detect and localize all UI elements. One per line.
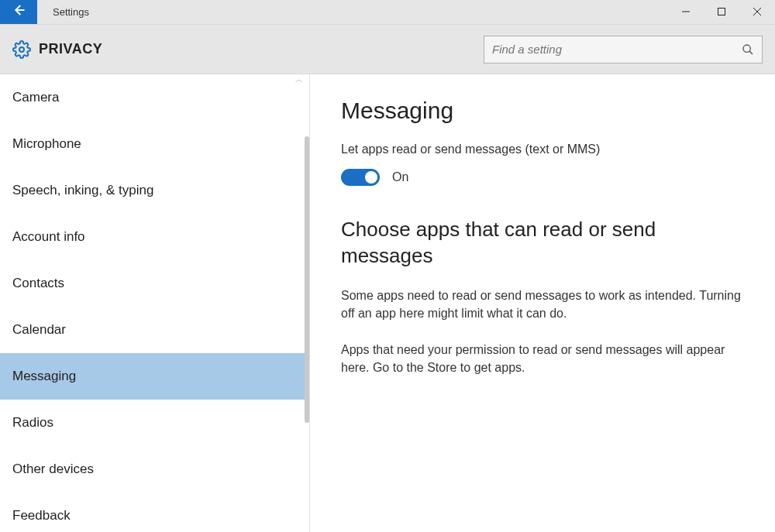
- maximize-icon: [717, 6, 726, 19]
- svg-point-6: [743, 45, 750, 52]
- titlebar: Settings: [0, 0, 775, 25]
- close-icon: [753, 6, 762, 19]
- chevron-up-icon: ︿: [295, 74, 303, 85]
- sidebar-item-label: Calendar: [12, 322, 66, 337]
- sidebar-item-contacts[interactable]: Contacts: [0, 260, 309, 307]
- sidebar-item-camera[interactable]: Camera: [0, 74, 309, 121]
- sidebar-item-account-info[interactable]: Account info: [0, 214, 309, 260]
- sidebar-item-label: Microphone: [12, 136, 81, 151]
- svg-point-5: [19, 47, 24, 52]
- page-header: PRIVACY: [0, 25, 775, 74]
- sidebar-item-radios[interactable]: Radios: [0, 400, 309, 446]
- sidebar-item-label: Feedback: [12, 508, 71, 523]
- svg-rect-2: [718, 8, 725, 15]
- search-box[interactable]: [484, 36, 763, 63]
- sidebar-item-feedback[interactable]: Feedback: [0, 493, 309, 532]
- content-paragraph-2: Apps that need your permission to read o…: [341, 341, 752, 376]
- maximize-button[interactable]: [704, 0, 739, 25]
- back-button[interactable]: [0, 0, 37, 24]
- search-input[interactable]: [492, 43, 742, 56]
- messaging-toggle[interactable]: [341, 169, 380, 186]
- sidebar-item-label: Radios: [12, 415, 53, 430]
- sidebar-item-label: Messaging: [12, 369, 76, 383]
- toggle-description: Let apps read or send messages (text or …: [341, 142, 752, 156]
- gear-icon: [12, 40, 31, 59]
- page-category: PRIVACY: [12, 40, 102, 59]
- sidebar-item-label: Speech, inking, & typing: [12, 183, 153, 197]
- window-controls: [668, 0, 775, 24]
- sidebar-item-microphone[interactable]: Microphone: [0, 121, 309, 167]
- content-subheading: Choose apps that can read or send messag…: [341, 217, 752, 269]
- body: ︿ Camera Microphone Speech, inking, & ty…: [0, 74, 775, 532]
- content-paragraph-1: Some apps need to read or send messages …: [341, 287, 752, 322]
- window-title: Settings: [37, 0, 668, 24]
- sidebar-item-label: Camera: [12, 90, 59, 105]
- content-pane: Messaging Let apps read or send messages…: [310, 74, 775, 532]
- close-button[interactable]: [739, 0, 775, 25]
- sidebar-item-other-devices[interactable]: Other devices: [0, 446, 309, 493]
- toggle-state-label: On: [392, 170, 408, 184]
- sidebar-item-messaging[interactable]: Messaging: [0, 353, 309, 400]
- sidebar-item-label: Account info: [12, 229, 85, 244]
- minimize-icon: [681, 6, 691, 19]
- arrow-left-icon: [12, 3, 26, 21]
- toggle-knob: [365, 171, 377, 184]
- minimize-button[interactable]: [668, 0, 704, 25]
- page-category-label: PRIVACY: [39, 41, 102, 57]
- search-icon: [742, 43, 754, 56]
- content-heading: Messaging: [341, 98, 752, 124]
- sidebar-item-speech-inking-typing[interactable]: Speech, inking, & typing: [0, 167, 309, 214]
- sidebar: ︿ Camera Microphone Speech, inking, & ty…: [0, 74, 310, 532]
- scrollbar-thumb[interactable]: [305, 136, 309, 423]
- sidebar-item-label: Other devices: [12, 462, 94, 476]
- sidebar-item-calendar[interactable]: Calendar: [0, 307, 309, 353]
- svg-line-7: [749, 51, 753, 54]
- sidebar-item-label: Contacts: [12, 276, 64, 290]
- toggle-row: On: [341, 169, 752, 186]
